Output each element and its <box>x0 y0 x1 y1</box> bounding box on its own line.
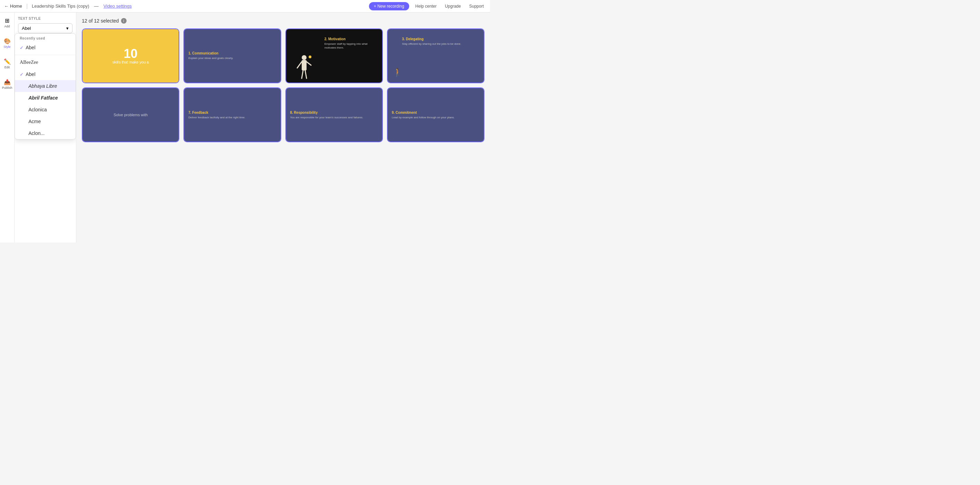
sidebar-add-label: Add <box>4 25 10 28</box>
slide4-desc: Stay efficient by sharing out the jobs t… <box>402 42 479 46</box>
home-label: Home <box>10 3 22 9</box>
current-font-name: Abel <box>22 26 31 31</box>
support-link[interactable]: Support <box>467 2 486 10</box>
slide2-title: 1. Communication <box>188 51 276 55</box>
style-panel: TEXT STYLE Abel ▾ Recently used ✓ Abel A… <box>14 13 76 242</box>
new-recording-label: + New recording <box>374 4 404 9</box>
font-option-abel[interactable]: ✓ Abel <box>15 69 76 80</box>
style-icon: 🎨 <box>4 38 11 45</box>
slide5-desc: Solve problems with <box>113 113 147 117</box>
slide6-desc: Deliver feedback tactfully and at the ri… <box>188 116 276 119</box>
font-dropdown-menu: Recently used ✓ Abel ABeeZee ✓ Abel Abha… <box>14 33 76 139</box>
svg-rect-1 <box>302 60 307 70</box>
font-option-abeezee[interactable]: ABeeZee <box>15 57 76 69</box>
slide4-overlay: 3. Delegating Stay efficient by sharing … <box>402 37 479 46</box>
text-style-label: TEXT STYLE <box>18 17 73 21</box>
content-header: 12 of 12 selected i <box>82 18 484 24</box>
slide4-title: 3. Delegating <box>402 37 479 41</box>
left-sidebar: ⊞ Add 🎨 Style ✏️ Edit 📤 Publish <box>0 13 14 242</box>
font-name-acme: Acme <box>29 119 41 124</box>
chevron-down-icon: ▾ <box>66 26 68 31</box>
font-name-abril: Abril Fatface <box>29 95 58 101</box>
slide3-text-overlay: 2. Motivation Empower staff by tapping i… <box>324 37 377 49</box>
slide-card-3[interactable]: 2. Motivation Empower staff by tapping i… <box>285 29 383 83</box>
video-settings-link[interactable]: Video settings <box>103 3 131 9</box>
font-option-abel-recent[interactable]: ✓ Abel <box>15 41 76 53</box>
help-center-link[interactable]: Help center <box>414 2 439 10</box>
svg-line-5 <box>305 70 307 78</box>
document-title: Leadership Skills Tips (copy) <box>32 3 89 9</box>
edit-icon: ✏️ <box>4 58 11 65</box>
slide7-title: 8. Responsibility <box>290 111 378 115</box>
sidebar-item-publish[interactable]: 📤 Publish <box>1 77 14 92</box>
sidebar-style-label: Style <box>3 45 10 49</box>
svg-point-0 <box>302 55 307 60</box>
font-name-abel: Abel <box>25 72 35 77</box>
slide3-desc: Empower staff by tapping into what motiv… <box>324 42 377 49</box>
svg-line-4 <box>302 70 303 78</box>
selection-count: 12 of 12 selected <box>82 18 119 24</box>
publish-icon: 📤 <box>4 79 11 85</box>
recently-used-label: Recently used <box>15 34 76 41</box>
new-recording-button[interactable]: + New recording <box>369 2 409 10</box>
slide-card-7[interactable]: 8. Responsibility You are responsible fo… <box>285 88 383 142</box>
sidebar-edit-label: Edit <box>5 65 10 69</box>
check-icon: ✓ <box>20 45 24 50</box>
font-name-aclonica: Aclonica <box>29 107 47 112</box>
slide-card-8[interactable]: 9. Commitment Lead by example and follow… <box>387 88 484 142</box>
nav-divider: | <box>26 3 28 10</box>
slides-grid: 10 skills that make you a 1. Communicati… <box>82 29 484 142</box>
svg-point-6 <box>309 56 312 58</box>
back-arrow-icon: ← <box>4 3 9 9</box>
sidebar-item-add[interactable]: ⊞ Add <box>1 15 14 30</box>
slide1-sub-text: skills that make you a <box>112 60 149 64</box>
slide1-big-number: 10 <box>124 48 138 60</box>
sidebar-item-edit[interactable]: ✏️ Edit <box>1 56 14 71</box>
sidebar-item-style[interactable]: 🎨 Style <box>1 36 14 51</box>
info-icon[interactable]: i <box>121 18 127 24</box>
svg-line-2 <box>297 62 302 68</box>
slide8-title: 9. Commitment <box>392 111 480 115</box>
slide-card-5[interactable]: Solve problems with <box>82 88 179 142</box>
slide4-icon: 🚶 <box>393 68 403 77</box>
character-figure <box>296 37 313 83</box>
home-button[interactable]: ← Home <box>4 3 22 9</box>
font-option-abril[interactable]: Abril Fatface <box>15 92 76 104</box>
font-dropdown-trigger[interactable]: Abel ▾ <box>18 23 73 33</box>
font-name-abhaya: Abhaya Libre <box>29 83 57 89</box>
slide2-desc: Explain your ideas and goals clearly. <box>188 57 276 60</box>
check-icon-abel: ✓ <box>20 72 24 77</box>
slide-card-1[interactable]: 10 skills that make you a <box>82 29 179 83</box>
slide-card-4[interactable]: 3. Delegating Stay efficient by sharing … <box>387 29 484 83</box>
slide6-title: 7. Feedback <box>188 111 276 115</box>
svg-line-3 <box>307 62 311 65</box>
slide8-desc: Lead by example and follow through on yo… <box>392 116 480 119</box>
font-name-abeezee: ABeeZee <box>20 60 38 65</box>
add-icon: ⊞ <box>5 18 10 24</box>
upgrade-link[interactable]: Upgrade <box>443 2 463 10</box>
content-area: 12 of 12 selected i 10 skills that make … <box>76 13 490 242</box>
font-option-aclon[interactable]: Aclon... <box>15 127 76 139</box>
nav-separator: — <box>94 3 99 9</box>
font-option-acme[interactable]: Acme <box>15 115 76 127</box>
font-option-abhaya[interactable]: Abhaya Libre <box>15 80 76 92</box>
font-name-abel-recent: Abel <box>25 45 35 50</box>
top-navigation: ← Home | Leadership Skills Tips (copy) —… <box>0 0 490 13</box>
font-option-aclonica[interactable]: Aclonica <box>15 104 76 115</box>
font-name-aclon: Aclon... <box>29 131 45 136</box>
slide-card-2[interactable]: 1. Communication Explain your ideas and … <box>183 29 281 83</box>
slide-card-6[interactable]: 7. Feedback Deliver feedback tactfully a… <box>183 88 281 142</box>
slide3-title: 2. Motivation <box>324 37 377 41</box>
slide7-desc: You are responsible for your team's succ… <box>290 116 378 119</box>
dropdown-divider <box>15 55 76 55</box>
sidebar-publish-label: Publish <box>2 86 13 89</box>
